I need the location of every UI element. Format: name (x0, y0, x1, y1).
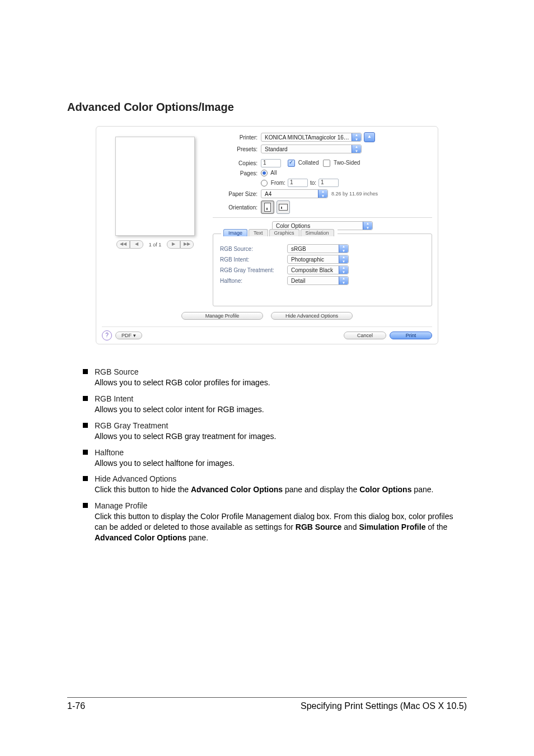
color-tabs: Image Text Graphics Simulation (221, 229, 338, 236)
nav-next-button[interactable]: ▶ (167, 240, 180, 249)
nav-first-button[interactable]: ◀◀ (116, 240, 130, 249)
pages-label: Pages: (213, 170, 261, 176)
item-desc: Click this button to hide the Advanced C… (95, 484, 467, 495)
rgb-gray-label: RGB Gray Treatment: (220, 267, 287, 273)
item-desc: Allows you to select RGB color profiles … (95, 377, 467, 388)
copies-row: Copies: 1 Collated Two-Sided (213, 159, 432, 167)
printer-dropdown[interactable]: KONICA MINOLTAmagicolor 16… ▲▼ (261, 133, 362, 142)
footer-section-title: Specifying Print Settings (Mac OS X 10.5… (301, 701, 467, 711)
settings-column: Printer: KONICA MINOLTAmagicolor 16… ▲▼ … (208, 132, 432, 306)
radio-icon (261, 170, 268, 176)
pages-all-label: All (270, 170, 277, 176)
two-sided-checkbox-wrap[interactable]: Two-Sided (323, 160, 360, 167)
item-heading: Hide Advanced Options (95, 474, 467, 484)
rgb-gray-row: RGB Gray Treatment: Composite Black ▲▼ (220, 265, 425, 274)
item-desc: Allows you to select halftone for images… (95, 458, 467, 469)
list-item: RGB Gray Treatment Allows you to select … (67, 421, 467, 442)
square-bullet-icon (83, 450, 88, 455)
collated-checkbox[interactable] (288, 160, 295, 167)
printer-row: Printer: KONICA MINOLTAmagicolor 16… ▲▼ … (213, 132, 432, 142)
square-bullet-icon (83, 423, 88, 428)
square-bullet-icon (83, 396, 88, 401)
halftone-label: Halftone: (220, 278, 287, 284)
tab-simulation[interactable]: Simulation (301, 229, 334, 236)
rgb-source-label: RGB Source: (220, 246, 287, 252)
two-sided-label: Two-Sided (334, 160, 360, 166)
help-button[interactable]: ? (102, 330, 112, 340)
square-bullet-icon (83, 503, 88, 508)
orientation-portrait-button[interactable] (261, 200, 274, 214)
nav-last-button[interactable]: ▶▶ (180, 240, 194, 249)
pages-to-field[interactable]: 1 (318, 179, 339, 187)
item-heading: RGB Gray Treatment (95, 421, 467, 431)
item-desc: Click this button to display the Color P… (95, 511, 467, 543)
collated-label: Collated (298, 160, 319, 166)
rgb-source-value: sRGB (291, 246, 306, 252)
dialog-button-row: Manage Profile Hide Advanced Options (102, 312, 432, 320)
copies-label: Copies: (213, 160, 261, 166)
item-heading: Halftone (95, 447, 467, 458)
pane-section-value: Color Options (276, 223, 310, 229)
presets-dropdown[interactable]: Standard ▲▼ (261, 144, 362, 153)
halftone-dropdown[interactable]: Detail ▲▼ (287, 276, 349, 285)
presets-value: Standard (265, 146, 288, 152)
rgb-intent-row: RGB Intent: Photographic ▲▼ (220, 255, 425, 264)
list-item: Halftone Allows you to select halftone f… (67, 447, 467, 469)
tab-image[interactable]: Image (223, 229, 247, 236)
paper-size-dropdown[interactable]: A4 ▲▼ (261, 189, 328, 198)
item-heading: Manage Profile (95, 501, 467, 511)
pages-from-radio[interactable]: From: (261, 180, 285, 186)
paper-size-info: 8.26 by 11.69 inches (331, 191, 378, 197)
chevron-updown-icon: ▲▼ (339, 245, 348, 253)
hide-advanced-button[interactable]: Hide Advanced Options (271, 312, 353, 320)
cancel-button[interactable]: Cancel (344, 332, 386, 339)
print-button[interactable]: Print (390, 332, 432, 339)
nav-prev-button[interactable]: ◀ (130, 240, 143, 249)
body-list: RGB Source Allows you to select RGB colo… (67, 367, 467, 543)
chevron-updown-icon: ▲▼ (318, 190, 327, 198)
preview-thumbnail (115, 137, 195, 236)
pages-from-field[interactable]: 1 (288, 179, 308, 187)
copies-field[interactable]: 1 (261, 159, 281, 167)
list-item: Hide Advanced Options Click this button … (67, 474, 467, 495)
pages-range-row: From: 1 to: 1 (213, 179, 432, 187)
print-dialog: ◀◀ ◀ 1 of 1 ▶ ▶▶ Printer: (96, 126, 438, 344)
tab-graphics[interactable]: Graphics (269, 229, 299, 236)
pdf-button[interactable]: PDF ▾ (115, 332, 142, 339)
chevron-updown-icon: ▲▼ (352, 133, 361, 141)
printer-label: Printer: (213, 134, 261, 141)
chevron-updown-icon: ▲▼ (339, 277, 348, 284)
item-desc: Allows you to select color intent for RG… (95, 404, 467, 415)
preview-navigation: ◀◀ ◀ 1 of 1 ▶ ▶▶ (102, 240, 208, 249)
pages-all-radio[interactable]: All (261, 170, 277, 176)
printer-value: KONICA MINOLTAmagicolor 16… (265, 134, 349, 141)
list-item: RGB Source Allows you to select RGB colo… (67, 367, 467, 388)
collated-checkbox-wrap[interactable]: Collated (288, 160, 318, 167)
tab-text[interactable]: Text (249, 229, 268, 236)
orientation-landscape-button[interactable] (277, 200, 290, 214)
pages-row: Pages: All (213, 170, 432, 176)
two-sided-checkbox[interactable] (323, 160, 330, 167)
orientation-row: Orientation: (213, 200, 432, 214)
page-number: 1-76 (67, 701, 85, 711)
rgb-source-dropdown[interactable]: sRGB ▲▼ (287, 244, 349, 253)
pages-from-label: From: (271, 180, 285, 186)
color-options-box: Image Text Graphics Simulation RGB Sourc… (213, 234, 432, 306)
rgb-gray-value: Composite Black (291, 267, 333, 273)
item-heading: RGB Source (95, 367, 467, 377)
square-bullet-icon (83, 369, 88, 374)
paper-size-label: Paper Size: (213, 191, 261, 197)
chevron-updown-icon: ▲▼ (339, 255, 348, 263)
rgb-intent-dropdown[interactable]: Photographic ▲▼ (287, 255, 349, 264)
preview-column: ◀◀ ◀ 1 of 1 ▶ ▶▶ (102, 132, 208, 249)
radio-icon (261, 180, 268, 186)
printer-status-button[interactable]: ▲ (364, 132, 375, 142)
page-footer: 1-76 Specifying Print Settings (Mac OS X… (67, 697, 467, 711)
halftone-value: Detail (291, 278, 306, 284)
rgb-gray-dropdown[interactable]: Composite Black ▲▼ (287, 265, 349, 274)
list-item: RGB Intent Allows you to select color in… (67, 394, 467, 415)
paper-size-value: A4 (265, 191, 271, 197)
manage-profile-button[interactable]: Manage Profile (181, 312, 263, 320)
divider (213, 217, 432, 218)
chevron-updown-icon: ▲▼ (363, 222, 372, 230)
